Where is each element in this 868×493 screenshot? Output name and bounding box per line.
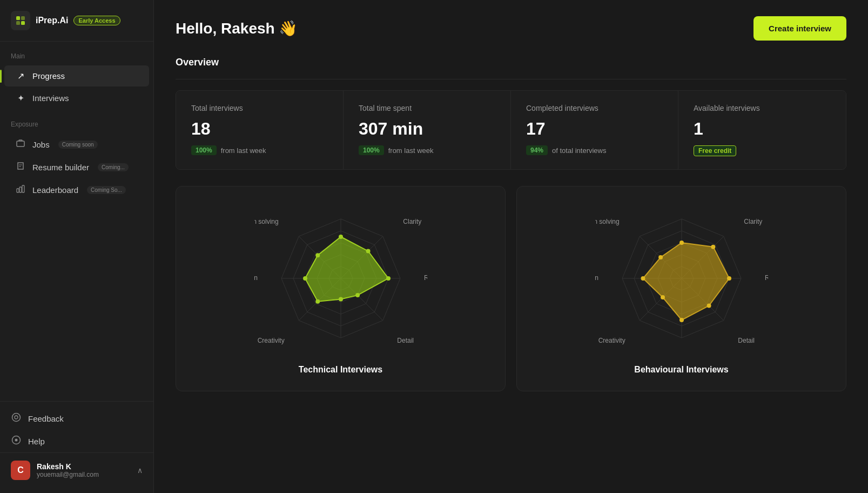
stat-badge-1: 100% xyxy=(359,145,384,155)
stat-value-1: 307 min xyxy=(359,119,495,139)
chevron-up-icon: ∧ xyxy=(137,466,143,475)
chart-title-technical: Technical Interviews xyxy=(299,365,382,375)
jobs-badge: Coming soon xyxy=(58,141,98,149)
early-access-badge: Early Access xyxy=(73,16,120,25)
jobs-label: Jobs xyxy=(32,140,50,149)
main-content: Hello, Rakesh 👋 Create interview Overvie… xyxy=(154,0,868,493)
jobs-icon xyxy=(15,139,26,150)
svg-text:Relevance: Relevance xyxy=(765,274,768,282)
svg-text:Creativity: Creativity xyxy=(598,337,625,344)
greeting: Hello, Rakesh 👋 xyxy=(176,19,298,37)
svg-text:Communication: Communication xyxy=(595,274,598,282)
svg-point-9 xyxy=(15,416,18,419)
svg-text:Detail: Detail xyxy=(397,337,414,344)
user-section[interactable]: C Rakesh K youemail@gmail.com ∧ xyxy=(0,452,153,488)
sidebar-item-leaderboard[interactable]: Leaderboard Coming So... xyxy=(4,179,149,201)
svg-rect-6 xyxy=(19,187,22,192)
sidebar-item-interviews[interactable]: ✦ Interviews xyxy=(4,88,149,109)
help-icon xyxy=(11,435,22,447)
svg-text:Communication: Communication xyxy=(254,274,258,282)
svg-point-32 xyxy=(303,276,307,281)
sidebar-item-jobs[interactable]: Jobs Coming soon xyxy=(4,134,149,155)
stat-value-3: 1 xyxy=(694,119,831,139)
chart-title-behavioural: Behavioural Interviews xyxy=(634,365,728,375)
leaderboard-label: Leaderboard xyxy=(32,185,78,195)
svg-point-26 xyxy=(339,235,343,239)
svg-text:Problem solving: Problem solving xyxy=(595,218,620,225)
svg-point-57 xyxy=(711,245,715,249)
sidebar-item-feedback[interactable]: Feedback xyxy=(0,407,153,430)
svg-point-60 xyxy=(679,318,684,322)
radar-chart-technical: CorrectnessClarityRelevanceDetailEfficie… xyxy=(254,203,427,354)
help-label: Help xyxy=(28,437,45,446)
charts-grid: CorrectnessClarityRelevanceDetailEfficie… xyxy=(176,186,846,391)
user-info: Rakesh K youemail@gmail.com xyxy=(37,462,131,478)
user-name: Rakesh K xyxy=(37,462,131,471)
svg-point-11 xyxy=(15,439,18,442)
stat-card-0: Total interviews 18 100% from last week xyxy=(176,91,344,169)
svg-rect-4 xyxy=(17,141,24,146)
svg-rect-3 xyxy=(21,21,25,25)
svg-rect-7 xyxy=(22,185,24,192)
sidebar-item-resume[interactable]: Resume builder Coming... xyxy=(4,156,149,178)
app-name: iPrep.Ai xyxy=(36,16,68,25)
svg-point-62 xyxy=(641,276,645,281)
main-section-label: Main xyxy=(0,42,153,64)
stat-value-0: 18 xyxy=(191,119,328,139)
interviews-icon: ✦ xyxy=(15,93,26,103)
avatar: C xyxy=(11,461,30,480)
stat-badge-2: 94% xyxy=(526,145,548,155)
overview-title: Overview xyxy=(176,57,846,68)
sidebar-item-help[interactable]: Help xyxy=(0,430,153,452)
stat-card-1: Total time spent 307 min 100% from last … xyxy=(344,91,511,169)
svg-text:Creativity: Creativity xyxy=(257,337,284,344)
stat-footer-text-1: from last week xyxy=(388,146,434,155)
resume-badge: Coming... xyxy=(98,163,129,171)
stat-footer-1: 100% from last week xyxy=(359,145,495,155)
stat-label-2: Completed interviews xyxy=(526,104,663,112)
stat-badge-3: Free credit xyxy=(694,145,736,156)
sidebar: iPrep.Ai Early Access Main ↗ Progress ✦ … xyxy=(0,0,154,493)
sidebar-item-label-progress: Progress xyxy=(32,71,65,81)
leaderboard-badge: Coming So... xyxy=(87,186,126,194)
chart-card-technical: CorrectnessClarityRelevanceDetailEfficie… xyxy=(176,186,506,391)
user-email: youemail@gmail.com xyxy=(37,471,131,478)
logo-area: iPrep.Ai Early Access xyxy=(0,0,153,42)
stat-label-0: Total interviews xyxy=(191,104,328,112)
svg-point-56 xyxy=(679,241,684,245)
svg-point-8 xyxy=(12,414,21,422)
create-interview-button[interactable]: Create interview xyxy=(753,16,846,41)
svg-marker-25 xyxy=(305,237,388,302)
sidebar-item-progress[interactable]: ↗ Progress xyxy=(4,65,149,86)
stat-footer-2: 94% of total interviews xyxy=(526,145,663,155)
svg-point-29 xyxy=(355,293,360,297)
stat-footer-text-0: from last week xyxy=(221,146,266,155)
logo-icon xyxy=(11,11,30,30)
feedback-label: Feedback xyxy=(28,414,64,423)
svg-point-33 xyxy=(315,253,320,257)
svg-point-63 xyxy=(658,255,663,259)
stat-footer-0: 100% from last week xyxy=(191,145,328,155)
svg-point-31 xyxy=(315,299,320,304)
divider xyxy=(176,79,846,79)
svg-text:Relevance: Relevance xyxy=(424,274,427,282)
svg-point-58 xyxy=(727,276,731,281)
page-header: Hello, Rakesh 👋 Create interview xyxy=(176,16,846,41)
stat-value-2: 17 xyxy=(526,119,663,139)
svg-point-28 xyxy=(386,276,391,281)
sidebar-bottom: Feedback Help C Rakesh K youemail@gmail.… xyxy=(0,401,153,493)
svg-rect-2 xyxy=(16,21,20,25)
stat-card-2: Completed interviews 17 94% of total int… xyxy=(511,91,678,169)
feedback-icon xyxy=(11,412,22,424)
resume-label: Resume builder xyxy=(32,163,89,172)
svg-point-61 xyxy=(660,295,664,299)
svg-rect-1 xyxy=(21,16,25,20)
stat-footer-3: Free credit xyxy=(694,145,831,156)
svg-text:Problem solving: Problem solving xyxy=(254,218,279,225)
stat-footer-text-2: of total interviews xyxy=(552,146,606,155)
stat-label-3: Available interviews xyxy=(694,104,831,112)
progress-icon: ↗ xyxy=(15,71,26,81)
svg-point-30 xyxy=(339,297,343,302)
svg-rect-5 xyxy=(17,189,19,192)
radar-chart-behavioural: CorrectnessClarityRelevanceDetailEfficie… xyxy=(595,203,768,354)
